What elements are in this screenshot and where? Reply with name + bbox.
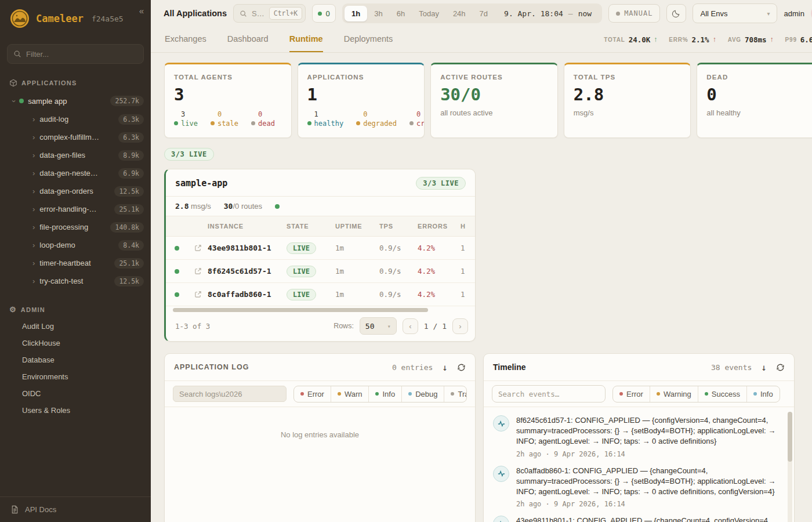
sidebar-item-oidc[interactable]: OIDC (0, 386, 151, 403)
filter-trace[interactable]: Trace (444, 386, 467, 402)
filter-success[interactable]: Success (698, 386, 746, 402)
app-logo-title: Cameleer (36, 13, 84, 24)
sidebar-filter-field[interactable] (26, 50, 137, 59)
sidebar-item-timer-heartbeat[interactable]: ›timer-heartbeat25.1k (0, 254, 151, 272)
item-label: loop-demo (39, 241, 75, 249)
sidebar-item-users-roles[interactable]: Users & Roles (0, 403, 151, 419)
external-link-icon[interactable] (188, 291, 208, 298)
time-range-3h[interactable]: 3h (367, 6, 389, 21)
timeline-event[interactable]: 8f6245c61d57-1: CONFIG_APPLIED — {config… (493, 415, 779, 458)
filter-info[interactable]: Info (746, 386, 780, 402)
sidebar-item-database[interactable]: Database (0, 352, 151, 369)
sidebar-item-audit-log-admin[interactable]: Audit Log (0, 318, 151, 335)
time-range-today[interactable]: Today (412, 6, 446, 21)
sidebar-item-data-gen-files[interactable]: ›data-gen-files8.9k (0, 146, 151, 164)
api-docs-label: API Docs (25, 505, 56, 514)
app-panel-name[interactable]: sample-app (175, 178, 227, 188)
stat-value: 2.1% (692, 35, 709, 44)
log-panel-title: APPLICATION LOG (174, 363, 249, 371)
card-title: TOTAL TPS (574, 74, 682, 81)
timeline-scrollbar-thumb[interactable] (788, 412, 792, 462)
tab-runtime[interactable]: Runtime (289, 27, 323, 52)
next-page-button[interactable]: › (452, 318, 468, 334)
horizontal-scrollbar-thumb[interactable] (173, 308, 428, 312)
download-icon[interactable]: ↓ (761, 362, 767, 373)
external-link-icon[interactable] (188, 244, 208, 252)
sidebar-item-loop-demo[interactable]: ›loop-demo8.4k (0, 236, 151, 254)
chevron-right-icon: › (32, 205, 35, 213)
external-link-icon[interactable] (188, 267, 208, 275)
sidebar-item-complex-fulfillm[interactable]: ›complex-fulfillm…6.3k (0, 128, 151, 146)
sidebar-item-clickhouse[interactable]: ClickHouse (0, 335, 151, 352)
table-row[interactable]: 8f6245c61d57-1 LIVE 1m 0.9/s 4.2% 1 (166, 260, 475, 283)
admin-section-header: ⚙ ADMIN (0, 290, 151, 318)
filter-error[interactable]: Error (294, 386, 331, 402)
sidebar: Cameleer f24a5e5 « APPLICATIONS › sample… (0, 0, 151, 522)
filter-warn[interactable]: Warn (331, 386, 369, 402)
sidebar-collapse-icon[interactable]: « (139, 6, 144, 16)
log-search-input[interactable] (173, 386, 287, 402)
online-label: O (325, 9, 330, 18)
timeline-search-input[interactable] (492, 385, 606, 403)
count-badge: 6.3k (118, 114, 144, 125)
sidebar-item-data-gen-orders[interactable]: ›data-gen-orders12.5k (0, 182, 151, 200)
filter-error[interactable]: Error (613, 386, 650, 402)
refresh-icon[interactable] (457, 363, 466, 372)
timeline-filter-row: Error Warning Success Info (484, 381, 794, 407)
stat-value: 6.6s (800, 35, 812, 44)
sidebar-item-file-processing[interactable]: ›file-processing140.8k (0, 218, 151, 236)
search-placeholder-text: S… (252, 9, 264, 18)
time-range-6h[interactable]: 6h (390, 6, 412, 21)
card-title: DEAD (706, 74, 812, 81)
item-label: data-gen-neste… (39, 169, 97, 177)
sidebar-item-audit-log[interactable]: ›audit-log6.3k (0, 110, 151, 128)
manual-label: MANUAL (624, 9, 652, 17)
log-entries-count: 0 entries (392, 363, 433, 372)
main-area: All Applications S… Ctrl+K O 1h 3h 6h To… (151, 0, 812, 522)
sidebar-item-data-gen-nested[interactable]: ›data-gen-neste…6.9k (0, 164, 151, 182)
item-label: data-gen-orders (39, 187, 93, 195)
chevron-right-icon: › (32, 133, 35, 142)
global-search-input[interactable]: S… Ctrl+K (233, 4, 306, 23)
refresh-icon[interactable] (776, 363, 785, 372)
prev-page-button[interactable]: ‹ (403, 318, 418, 334)
tab-dashboard[interactable]: Dashboard (227, 27, 269, 52)
chevron-right-icon: › (32, 151, 35, 160)
filter-warning[interactable]: Warning (650, 386, 698, 402)
time-range-7d[interactable]: 7d (473, 6, 495, 21)
api-docs-link[interactable]: API Docs (0, 496, 151, 522)
timeline-event[interactable]: 8c0affadb860-1: CONFIG_APPLIED — {change… (493, 466, 779, 509)
state-badge: LIVE (287, 266, 316, 277)
sidebar-item-error-handling[interactable]: ›error-handling-…25.1k (0, 200, 151, 218)
count-badge: 252.7k (110, 96, 144, 106)
table-row[interactable]: 8c0affadb860-1 LIVE 1m 0.9/s 4.2% 1 (166, 283, 475, 306)
live-summary-badge[interactable]: 3/3 LIVE (164, 148, 214, 161)
sidebar-item-try-catch-test[interactable]: ›try-catch-test12.5k (0, 272, 151, 290)
card-total-agents: TOTAL AGENTS 3 3live 0stale 0dead (164, 63, 292, 138)
filter-info[interactable]: Info (368, 386, 401, 402)
card-title: APPLICATIONS (307, 74, 415, 81)
online-status-pill[interactable]: O (312, 4, 336, 23)
time-range-24h[interactable]: 24h (446, 6, 473, 21)
extra-value: 1 (461, 244, 475, 252)
dark-mode-toggle[interactable] (666, 4, 686, 23)
time-range-1h[interactable]: 1h (345, 6, 367, 21)
date-range-display[interactable]: 9. Apr. 18:04 – now (495, 9, 600, 18)
download-icon[interactable]: ↓ (442, 362, 448, 373)
horizontal-scrollbar (173, 308, 468, 312)
sidebar-app-sample-app[interactable]: › sample app 252.7k (0, 92, 151, 110)
manual-refresh-button[interactable]: MANUAL (608, 4, 660, 23)
chevron-right-icon: › (32, 259, 35, 267)
instance-id: 43ee9811b801-1 (208, 244, 287, 252)
rows-per-page-select[interactable]: 50▾ (360, 317, 397, 335)
table-row[interactable]: 43ee9811b801-1 LIVE 1m 0.9/s 4.2% 1 (166, 237, 475, 260)
timeline-event[interactable]: 43ee9811b801-1: CONFIG_APPLIED — {change… (493, 516, 779, 522)
filter-debug[interactable]: Debug (401, 386, 444, 402)
sidebar-filter-input[interactable] (7, 44, 144, 64)
environment-select[interactable]: All Envs ▾ (693, 3, 777, 23)
tab-deployments[interactable]: Deployments (344, 27, 393, 52)
tab-exchanges[interactable]: Exchanges (165, 27, 206, 52)
sidebar-item-environments[interactable]: Environments (0, 369, 151, 386)
log-panel-header: APPLICATION LOG 0 entries ↓ (165, 354, 475, 381)
chevron-right-icon: › (32, 223, 35, 231)
